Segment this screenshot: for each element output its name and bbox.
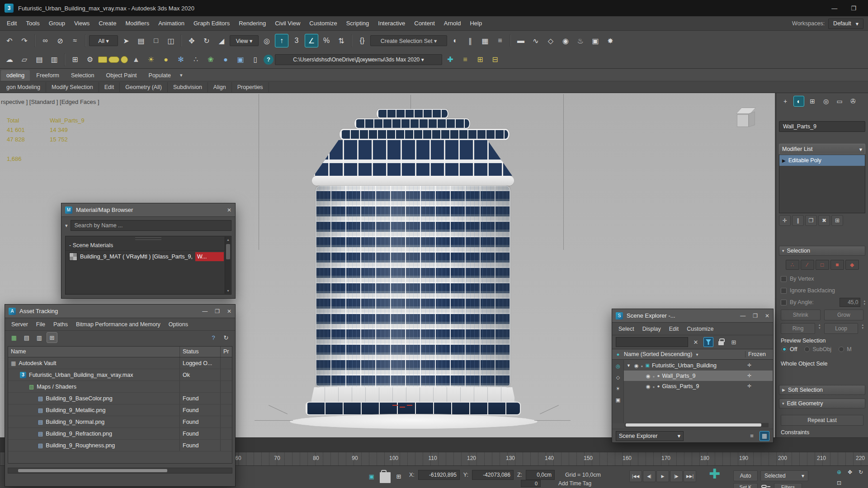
soft-selection-rollout-header[interactable]: ▶ Soft Selection: [779, 385, 865, 395]
show-end-result-icon[interactable]: ∥: [792, 215, 804, 226]
ribbon-panel[interactable]: Properties: [232, 82, 269, 92]
asset-row[interactable]: ▤ Building_9_BaseColor.png Found: [8, 393, 232, 404]
swatch-square-icon[interactable]: [98, 56, 107, 63]
frozen-toggle-icon[interactable]: [747, 362, 773, 368]
layer-explorer-icon[interactable]: ≡: [747, 431, 757, 441]
menu-item[interactable]: Display: [639, 324, 665, 334]
isolate-selection-icon[interactable]: ▣: [366, 471, 377, 482]
scroll-down-icon[interactable]: ▾: [225, 289, 231, 293]
go-to-end-icon[interactable]: ▶▶|: [684, 470, 696, 482]
pan-icon[interactable]: ✥: [845, 468, 854, 477]
reference-coordinate-dropdown[interactable]: View ▾: [230, 35, 259, 46]
curve-editor-icon[interactable]: ∿: [529, 34, 542, 47]
by-angle-value-field[interactable]: 45,0: [840, 298, 860, 307]
scrollbar-thumb[interactable]: [626, 423, 761, 427]
render-toggle-icon[interactable]: [653, 373, 655, 379]
window-crossing-toggle-icon[interactable]: ◫: [164, 34, 178, 47]
menu-item[interactable]: Content: [410, 18, 439, 29]
set-key-button[interactable]: ✚: [709, 466, 720, 482]
edit-geometry-rollout-header[interactable]: ▾ Edit Geometry: [779, 399, 865, 408]
viewport-label[interactable]: rspective ] [Standard ] [Edged Faces ]: [1, 99, 99, 105]
close-icon[interactable]: ✕: [765, 313, 769, 319]
modify-tab-icon[interactable]: ◐: [793, 96, 804, 107]
material-map-browser-window[interactable]: M Material/Map Browser ✕ ▾ Search by Nam…: [61, 203, 236, 299]
filter-funnel-icon[interactable]: [703, 337, 713, 347]
swatch-pill-icon[interactable]: [108, 56, 119, 63]
pick-parent-icon[interactable]: ⊞: [729, 337, 739, 347]
utilities-tab-icon[interactable]: ✇: [848, 96, 859, 107]
asset-row[interactable]: ▤ Building_9_Metallic.png Found: [8, 404, 232, 416]
render-toggle-icon[interactable]: [653, 383, 655, 389]
asset-row[interactable]: ▧ Maps / Shaders: [8, 381, 232, 393]
key-filters-dropdown[interactable]: Selected ▾: [760, 470, 808, 481]
go-to-start-icon[interactable]: |◀◀: [629, 470, 642, 482]
material-search-input[interactable]: Search by Name ...: [71, 220, 231, 231]
add-time-tag[interactable]: Add Time Tag: [558, 480, 591, 487]
mirror-icon[interactable]: ◐: [448, 34, 462, 47]
by-vertex-checkbox[interactable]: [781, 276, 787, 282]
project-folder-dropdown[interactable]: C:\Users\dshsd\OneDrive\Документы\3ds Ma…: [275, 54, 442, 65]
toggle-ribbon-icon[interactable]: ▬: [514, 34, 528, 47]
menu-item[interactable]: Graph Editors: [189, 18, 234, 29]
hierarchy-tab-icon[interactable]: ⊞: [807, 96, 818, 107]
vertical-scrollbar[interactable]: ▴ ▾: [225, 237, 231, 294]
snaps-toggle-icon[interactable]: 3: [290, 34, 303, 47]
use-pivot-point-center-icon[interactable]: ◎: [260, 34, 274, 47]
filters-button[interactable]: Filters: [774, 483, 802, 488]
material-editor-icon[interactable]: ◉: [559, 34, 572, 47]
render-production-icon[interactable]: ✸: [604, 34, 617, 47]
scrollbar-thumb[interactable]: [18, 469, 167, 472]
close-icon[interactable]: ✕: [227, 207, 231, 213]
display-geometry-icon[interactable]: ◎: [614, 362, 622, 370]
ring-button[interactable]: Ring: [781, 323, 815, 334]
previous-frame-icon[interactable]: ◀|: [643, 470, 656, 482]
play-icon[interactable]: ▶: [656, 470, 669, 482]
asset-row[interactable]: ▤ Building_9_Roughness.png Found: [8, 440, 232, 451]
z-coordinate-field[interactable]: 0,0cm: [526, 470, 555, 480]
add-grid-icon[interactable]: ⊞: [473, 53, 487, 66]
unlink-selection-icon[interactable]: ⊘: [53, 34, 67, 47]
cone-primitive-icon[interactable]: ▲: [129, 53, 143, 66]
bind-to-space-warp-icon[interactable]: ≈: [68, 34, 82, 47]
selection-rollout-header[interactable]: ▾ Selection: [779, 246, 865, 256]
spinner-arrows-icon[interactable]: ▴▾: [863, 299, 865, 305]
border-subobject-icon[interactable]: □: [816, 260, 829, 270]
select-by-name-icon[interactable]: ▤: [134, 34, 148, 47]
select-object-icon[interactable]: ➤: [119, 34, 133, 47]
remove-modifier-icon[interactable]: ✖: [818, 215, 830, 226]
asset-table-header[interactable]: Name Status Pr: [8, 347, 232, 357]
browser-options-icon[interactable]: ▾: [65, 223, 68, 229]
undo-icon[interactable]: ↶: [3, 34, 16, 47]
menu-item[interactable]: Arnold: [440, 18, 465, 29]
scene-tree-row[interactable]: ▼ ▣ Futuristic_Urban_Building: [624, 360, 773, 371]
list-view-icon[interactable]: ▤: [21, 332, 32, 343]
scrollbar-thumb[interactable]: [226, 244, 230, 259]
menu-item[interactable]: Options: [165, 319, 192, 329]
close-icon[interactable]: ✕: [227, 308, 231, 314]
snowflake-icon[interactable]: ✻: [174, 53, 188, 66]
help-icon[interactable]: ?: [208, 332, 219, 343]
repeat-last-button[interactable]: Repeat Last: [781, 415, 863, 426]
menu-item[interactable]: Edit: [3, 18, 21, 29]
open-file-icon[interactable]: ▤: [33, 53, 46, 66]
physical-sphere-icon[interactable]: ●: [219, 53, 232, 66]
percent-snap-toggle-icon[interactable]: %: [320, 34, 333, 47]
grid-helper-icon[interactable]: ⊞: [68, 53, 82, 66]
loop-button[interactable]: Loop: [824, 323, 859, 334]
scene-explorer-columns[interactable]: ● Name (Sorted Descending) ▾ Frozen: [612, 349, 773, 360]
sphere-primitive-icon[interactable]: ●: [159, 53, 173, 66]
orbit-icon[interactable]: ↻: [856, 468, 865, 477]
menu-item[interactable]: Rendering: [235, 18, 270, 29]
align-icon[interactable]: ∥: [463, 34, 477, 47]
render-toggle-icon[interactable]: [641, 362, 643, 369]
rendered-frame-window-icon[interactable]: ▣: [589, 34, 602, 47]
ribbon-panel[interactable]: Modify Selection: [46, 82, 99, 92]
maximize-icon[interactable]: ❐: [851, 5, 856, 12]
maximize-viewport-icon[interactable]: ⊡: [835, 479, 844, 488]
ribbon-panel[interactable]: Subdivision: [168, 82, 208, 92]
compositor-icon[interactable]: ▣: [234, 53, 247, 66]
menu-item[interactable]: Views: [70, 18, 94, 29]
minimize-icon[interactable]: —: [831, 5, 837, 12]
material-list-item[interactable]: Building_9_MAT ( VRayMtl ) [Glass_Parts_…: [66, 251, 231, 263]
visibility-eye-icon[interactable]: [634, 362, 639, 369]
